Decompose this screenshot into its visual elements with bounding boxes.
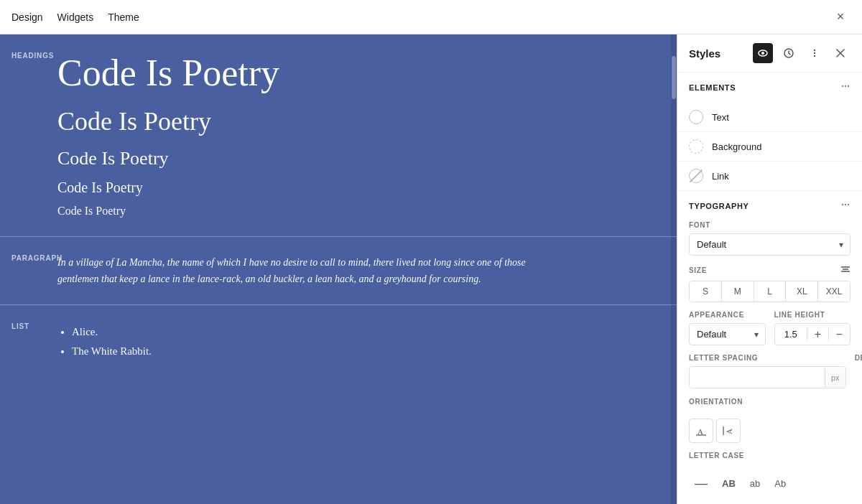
letter-case-upper-button[interactable]: AB [716,475,741,493]
element-background[interactable]: Background [677,132,862,162]
text-vertical-icon: A [723,425,734,437]
size-m-button[interactable]: M [722,281,754,302]
line-height-value: 1.5 [775,324,807,345]
line-height-control: 1.5 + − [774,323,851,345]
styles-panel: Styles [677,34,862,504]
history-icon-button[interactable] [779,43,799,63]
element-link[interactable]: Link [677,162,862,190]
list-items: Alice. The White Rabbit. [57,322,665,361]
size-xxl-button[interactable]: XXL [818,281,850,302]
letter-spacing-label: LETTER SPACING [689,354,846,362]
letter-case-label: LETTER CASE [689,452,851,459]
letter-spacing-wrap: px [689,366,846,388]
decoration-none-button[interactable]: − [855,366,862,389]
font-field-group: FONT Default ▾ [677,221,862,264]
decoration-buttons: − U S [855,366,862,389]
eye-icon [757,47,769,59]
list-item: The White Rabbit. [72,342,665,361]
heading-5: Code Is Poetry [57,204,665,219]
elements-section-header: ELEMENTS [677,73,862,103]
more-options-icon-button[interactable] [805,43,825,63]
canvas-scrollbar[interactable] [671,34,677,504]
size-s-button[interactable]: S [690,281,722,302]
close-icon [835,48,845,58]
svg-point-3 [814,50,815,51]
more-dots-icon-2 [840,200,851,210]
filter-icon [840,264,851,274]
close-button[interactable]: × [830,7,851,27]
tab-theme[interactable]: Theme [108,9,139,26]
letter-case-capitalize-button[interactable]: Ab [769,475,792,493]
preview-icon-button[interactable] [753,43,773,63]
text-element-label: Text [712,112,729,123]
line-height-decrease-button[interactable]: − [828,328,850,341]
letter-spacing-unit: px [825,368,845,387]
list-item: Alice. [72,322,665,342]
link-element-icon [689,169,703,183]
line-height-field-group: LINE HEIGHT 1.5 + − [774,311,851,345]
paragraph-section: PARAGRAPH In a village of La Mancha, the… [0,237,677,305]
main-layout: HEADINGS Code Is Poetry Code Is Poetry C… [0,34,862,504]
tab-widgets[interactable]: Widgets [57,9,94,26]
tab-design[interactable]: Design [11,9,43,26]
list-section: LIST Alice. The White Rabbit. [0,305,677,378]
svg-point-12 [845,204,846,205]
clock-icon [783,47,794,59]
list-label: LIST [11,322,29,330]
typography-more-button[interactable] [840,200,851,213]
letter-case-none-button[interactable]: — [689,472,713,495]
font-select[interactable]: Default [689,233,851,256]
elements-more-button[interactable] [840,81,851,94]
letter-spacing-field-group: LETTER SPACING px [689,354,846,389]
typography-section: Typography FONT Default ▾ [677,191,862,503]
decoration-field-group: DECORATION − U S [855,354,862,389]
orientation-buttons: A A [677,419,862,452]
appearance-lineheight-row: APPEARANCE Default ▾ LINE HEIGHT 1.5 + − [677,311,862,354]
orientation-vertical-button[interactable]: A [716,419,741,443]
typography-title: Typography [689,202,749,210]
heading-3: Code Is Poetry [57,147,665,169]
size-field-group: SIZE S M L XL XXL [677,264,862,311]
text-horizontal-icon: A [695,425,707,437]
paragraph-text: In a village of La Mancha, the name of w… [57,254,546,287]
appearance-select[interactable]: Default [689,323,766,345]
letter-case-lower-button[interactable]: ab [744,475,766,493]
styles-header-icons [753,43,851,63]
font-select-wrap: Default ▾ [689,233,851,256]
more-dots-icon [840,81,851,91]
orientation-label: ORIENTATION [689,398,851,406]
background-element-label: Background [712,141,761,152]
elements-section: ELEMENTS Text Background [677,73,862,191]
size-filter-icon-button[interactable] [840,264,851,276]
more-vertical-icon [809,47,820,59]
appearance-select-wrap: Default ▾ [689,323,766,345]
size-label: SIZE [689,266,707,274]
size-xl-button[interactable]: XL [786,281,818,302]
svg-point-8 [842,85,843,87]
link-element-label: Link [712,171,729,182]
background-element-icon [689,139,703,154]
appearance-label: APPEARANCE [689,311,766,319]
typography-header: Typography [677,191,862,221]
decoration-label: DECORATION [855,354,862,362]
element-text[interactable]: Text [677,103,862,132]
font-label: FONT [689,221,851,229]
letter-spacing-input[interactable] [690,367,825,388]
orientation-horizontal-button[interactable]: A [689,419,713,443]
svg-point-13 [848,204,849,205]
letter-case-buttons: — AB ab Ab [677,472,862,503]
size-l-button[interactable]: L [754,281,787,302]
styles-panel-title: Styles [689,47,753,60]
orientation-field-group: ORIENTATION [677,398,862,419]
svg-point-1 [761,52,764,55]
svg-point-5 [814,55,815,57]
svg-point-9 [845,85,846,87]
line-height-increase-button[interactable]: + [807,328,828,341]
top-bar-tabs: Design Widgets Theme [11,9,139,26]
letter-case-field-group: LETTER CASE [677,452,862,472]
close-panel-button[interactable] [830,43,851,63]
heading-4: Code Is Poetry [57,178,665,197]
line-height-label: LINE HEIGHT [774,311,851,319]
heading-2: Code Is Poetry [57,106,665,137]
headings-label: HEADINGS [11,52,54,60]
